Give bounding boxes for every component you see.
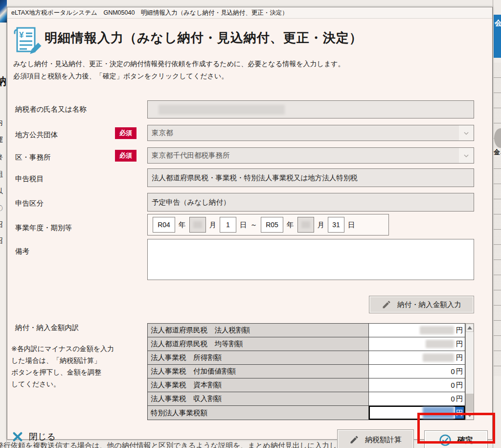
scroll-down-button[interactable]: [466, 411, 474, 420]
table-row: 法人都道府県民税 法人税割額 円: [148, 324, 465, 337]
table-scrollbar[interactable]: [465, 323, 474, 420]
redacted-amount: [423, 354, 454, 362]
description-line-1: みなし納付・見込納付、更正・決定の納付情報発行依頼を作成するために、必要となる情…: [13, 60, 345, 69]
bg-kanji-fragment: 納: [0, 74, 7, 88]
remarks-textarea[interactable]: [147, 239, 474, 280]
triangle-down-icon: [467, 414, 472, 417]
table-row-selected: 特別法人事業税額 円: [148, 406, 465, 420]
triangle-up-icon: [467, 326, 472, 330]
amount-input[interactable]: 円: [369, 337, 465, 351]
required-badge: 必須: [115, 150, 137, 162]
page-title: 明細情報入力（みなし納付・見込納付、更正・決定）: [45, 29, 363, 47]
local-government-value: 東京都: [152, 128, 459, 138]
window-title: eLTAX地方税ポータルシステム GNM05040 明細情報入力（みなし納付・見…: [11, 9, 288, 17]
end-year-input[interactable]: R05: [261, 217, 283, 233]
bg-kanji-fragment: 終: [0, 153, 7, 162]
report-category-label: 申告区分: [15, 199, 44, 208]
amount-input[interactable]: 円: [369, 324, 465, 337]
redacted-taxpayer-name: [159, 105, 285, 115]
ward-office-label: 区・事務所: [15, 153, 51, 162]
amount-unit: 円: [456, 353, 463, 362]
required-badge: 必須: [115, 127, 137, 139]
start-month-input[interactable]: [189, 217, 206, 233]
table-row: 法人都道府県民税 均等割額 円: [148, 337, 465, 351]
amount-unit: 円: [456, 367, 463, 376]
fiscal-period-group: R04 年 月 1 日 ～ R05 年 月 31 日: [147, 214, 389, 236]
detail-info-entry-dialog: eLTAX地方税ポータルシステム GNM05040 明細情報入力（みなし納付・見…: [7, 7, 493, 440]
table-row: 法人事業税 所得割額 円: [148, 351, 465, 365]
tax-item-value: 法人都道府県民税・事業税・特別法人事業税又は地方法人特別税: [152, 173, 358, 183]
taxpayer-name-label: 納税者の氏名又は名称: [15, 105, 87, 114]
amount-input[interactable]: 0 円: [369, 378, 465, 392]
amount-input-focused[interactable]: 円: [369, 406, 465, 420]
fiscal-period-label: 事業年度・期別等: [15, 223, 72, 233]
chevron-down-icon: [459, 125, 474, 141]
background-right-cells: [494, 63, 501, 376]
range-separator: ～: [250, 220, 258, 230]
bg-kanji-fragment: 運: [0, 136, 7, 144]
background-desktop-fragment: [0, 0, 7, 23]
row-label: 法人事業税 所得割額: [148, 351, 369, 364]
tax-item-label: 申告税目: [15, 174, 44, 184]
table-row: 法人事業税 付加価値割額 0 円: [148, 365, 465, 378]
description-line-2: 必須項目と税額を入力後、「確定」ボタンをクリックしてください。: [13, 72, 228, 81]
amount-input[interactable]: 円: [369, 351, 465, 364]
bg-kanji-fragment: 金: [494, 148, 500, 157]
local-government-select[interactable]: 東京都: [147, 125, 474, 141]
tax-item-field: 法人都道府県民税・事業税・特別法人事業税又は地方法人特別税: [147, 168, 474, 187]
year-unit: 年: [179, 220, 186, 230]
amount-unit: 円: [456, 339, 463, 349]
confirm-label: 確定: [457, 435, 473, 446]
bg-kanji-fragment: 内: [0, 118, 7, 127]
close-label: 閉じる: [29, 431, 56, 443]
redacted-amount: [420, 326, 454, 334]
ward-office-select[interactable]: 東京都千代田都税事務所: [147, 147, 474, 164]
day-unit: 日: [348, 220, 355, 230]
scrollbar-thumb[interactable]: [466, 394, 474, 411]
scrollbar-track[interactable]: [466, 332, 474, 411]
amount-input[interactable]: 0 円: [369, 365, 465, 378]
month-unit: 月: [318, 220, 325, 230]
close-button[interactable]: 閉じる: [12, 431, 56, 443]
amount-breakdown-table: 法人都道府県民税 法人税割額 円 法人都道府県民税 均等割額 円 法人事業税 所…: [147, 323, 465, 420]
amount-unit: 円: [456, 394, 463, 403]
background-left-window-fragment: 納 内 運 終 組 以 〇 召 召: [0, 0, 7, 448]
background-blue-header-fragment: 会: [494, 15, 501, 58]
amount-input[interactable]: 0 円: [369, 392, 465, 405]
close-x-icon: [12, 431, 23, 442]
pencil-icon: [382, 300, 391, 309]
end-day-input[interactable]: 31: [328, 217, 344, 233]
table-row: 法人事業税 資本割額 0 円: [148, 378, 465, 392]
table-row: 法人事業税 収入割額 0 円: [148, 392, 465, 406]
bg-kanji-fragment: 召: [0, 220, 7, 229]
bg-kanji-fragment: 組: [0, 170, 7, 179]
amount-value: 0: [451, 395, 455, 403]
breakdown-note: ※各内訳にマイナスの金額を入力 した場合は、「納税額計算」 ボタンを押下し、金額…: [11, 343, 144, 390]
amount-value: 0: [451, 381, 455, 389]
local-government-label: 地方公共団体: [15, 130, 58, 140]
bg-kanji-fragment: 以: [0, 187, 7, 196]
end-month-input[interactable]: [297, 217, 314, 233]
redacted-amount: [426, 340, 454, 348]
window-titlebar[interactable]: eLTAX地方税ポータルシステム GNM05040 明細情報入力（みなし納付・見…: [7, 7, 492, 19]
enter-payment-amount-button[interactable]: 納付・納入金額入力: [369, 296, 474, 313]
breakdown-label: 納付・納入金額内訳: [15, 323, 79, 332]
confirm-button[interactable]: 確定: [424, 430, 488, 448]
row-label: 法人事業税 収入割額: [148, 392, 369, 405]
start-day-input[interactable]: 1: [220, 217, 236, 233]
row-label: 法人都道府県民税 均等割額: [148, 337, 369, 351]
year-unit: 年: [287, 220, 294, 230]
ward-office-value: 東京都千代田都税事務所: [152, 151, 459, 160]
day-unit: 日: [240, 220, 247, 230]
bg-kanji-fragment: 召: [0, 236, 7, 245]
row-label: 法人事業税 付加価値割額: [148, 365, 369, 378]
remarks-label: 備考: [15, 247, 29, 256]
scroll-up-button[interactable]: [466, 324, 474, 332]
dialog-body: ¥ 明細情報入力（みなし納付・見込納付、更正・決定） みなし納付・見込納付、更正…: [7, 19, 492, 439]
svg-text:¥: ¥: [19, 30, 24, 40]
amount-unit: 円: [455, 407, 464, 419]
start-year-input[interactable]: R04: [153, 217, 175, 233]
redacted-amount-selected: [423, 407, 454, 419]
row-label: 法人事業税 資本割額: [148, 378, 369, 392]
calculate-tax-button[interactable]: 納税額計算: [337, 429, 414, 448]
